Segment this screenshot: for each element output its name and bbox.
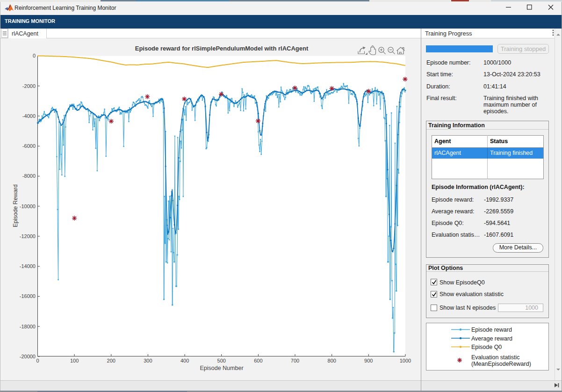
svg-text:-16000: -16000: [20, 293, 36, 299]
svg-text:300: 300: [144, 358, 152, 363]
svg-text:-2000: -2000: [22, 83, 36, 89]
svg-text:700: 700: [291, 358, 299, 363]
svg-text:-8000: -8000: [22, 173, 36, 179]
svg-text:Episode Reward: Episode Reward: [12, 184, 19, 227]
svg-text:600: 600: [254, 358, 262, 363]
svg-text:-12000: -12000: [20, 233, 36, 239]
svg-text:200: 200: [107, 358, 115, 363]
svg-text:800: 800: [328, 358, 336, 363]
svg-text:900: 900: [364, 358, 373, 363]
svg-text:-4000: -4000: [22, 113, 36, 119]
svg-text:0: 0: [36, 358, 39, 363]
svg-text:Episode Number: Episode Number: [200, 365, 243, 371]
svg-text:400: 400: [180, 358, 189, 363]
svg-text:-10000: -10000: [20, 203, 36, 209]
svg-text:Episode reward for rlSimplePen: Episode reward for rlSimplePendulumModel…: [135, 45, 309, 52]
svg-text:500: 500: [217, 358, 226, 363]
svg-text:0: 0: [33, 53, 36, 58]
svg-text:-6000: -6000: [22, 143, 36, 149]
svg-text:-14000: -14000: [20, 263, 36, 269]
svg-text:-18000: -18000: [20, 324, 36, 329]
svg-text:1000: 1000: [400, 358, 411, 363]
svg-text:100: 100: [70, 358, 79, 363]
svg-text:-20000: -20000: [20, 354, 36, 359]
